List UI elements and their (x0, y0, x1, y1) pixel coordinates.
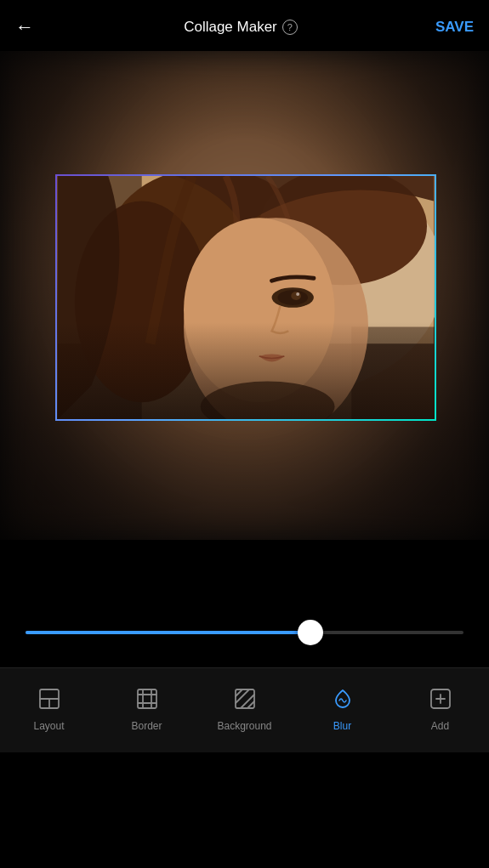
svg-line-25 (236, 689, 242, 696)
add-tool[interactable]: Add (407, 683, 475, 732)
blur-icon (327, 683, 359, 715)
header: ← Collage Maker ? SAVE (0, 0, 489, 51)
slider-thumb[interactable] (298, 620, 323, 645)
photo-frame[interactable] (55, 174, 436, 421)
help-icon[interactable]: ? (282, 20, 298, 35)
layout-tool[interactable]: Layout (15, 683, 83, 732)
back-button[interactable]: ← (15, 16, 46, 38)
title-text: Collage Maker (184, 19, 277, 36)
svg-rect-24 (236, 689, 254, 708)
svg-rect-4 (58, 343, 434, 419)
background-icon (229, 683, 261, 715)
header-title: Collage Maker ? (184, 19, 298, 36)
border-label: Border (131, 720, 162, 732)
background-tool[interactable]: Background (211, 683, 279, 732)
svg-point-14 (201, 382, 335, 419)
blur-tool[interactable]: Blur (309, 683, 377, 732)
svg-rect-15 (58, 176, 434, 419)
blur-slider[interactable] (26, 631, 463, 634)
collage-canvas[interactable] (0, 51, 489, 540)
photo-image (57, 176, 435, 419)
slider-fill (26, 631, 310, 634)
blur-label: Blur (333, 720, 351, 732)
add-icon (424, 683, 457, 715)
svg-rect-3 (351, 327, 435, 419)
background-label: Background (217, 720, 271, 732)
add-label: Add (431, 720, 449, 732)
slider-area (0, 591, 489, 667)
save-button[interactable]: SAVE (435, 19, 474, 36)
svg-rect-19 (138, 689, 156, 708)
mid-spacer (0, 540, 489, 591)
layout-label: Layout (33, 720, 64, 732)
help-label: ? (287, 22, 293, 32)
bottom-toolbar: Layout Border Background (0, 667, 489, 752)
border-tool[interactable]: Border (113, 683, 181, 732)
layout-icon (33, 683, 65, 715)
border-icon (131, 683, 163, 715)
svg-line-28 (247, 701, 254, 708)
